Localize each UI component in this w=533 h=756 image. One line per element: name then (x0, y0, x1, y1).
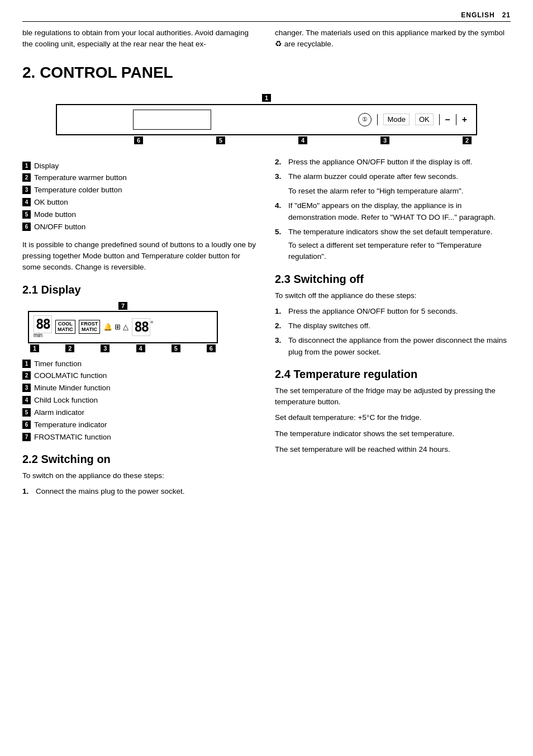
disp-legend-1: 1 Timer function (22, 359, 258, 370)
step-22-1: 1. Connect the mains plug to the power s… (22, 486, 258, 497)
minus-button[interactable]: – (445, 115, 450, 125)
divider3 (456, 114, 456, 125)
page-number: 21 (502, 11, 511, 19)
min-label: min (34, 332, 42, 338)
grid-icon: ⊞ (115, 323, 121, 331)
diagram-num-3: 3 (380, 136, 389, 144)
display-legend-list: 1 Timer function 2 COOLMATIC function 3 … (22, 359, 258, 443)
panel-step-2: 2. Press the appliance ON/OFF button if … (275, 157, 511, 168)
seg-display-right: 88 (132, 318, 150, 336)
section24-text1: The set temperature of the fridge may be… (275, 385, 511, 408)
disp-legend-6: 6 Temperature indicator (22, 420, 258, 431)
legend-item-1: 1 Display (22, 161, 258, 172)
section23-title: 2.3 Switching off (275, 273, 511, 286)
panel-display-box (133, 110, 211, 130)
display-outer-box: 88 min COOLMATIC FROSTMATIC 🔔 ⊞ △ (28, 311, 218, 343)
disp-legend-2: 2 COOLMATIC function (22, 371, 258, 381)
diagram-num-4: 4 (298, 136, 307, 144)
disp-legend-7: 7 FROSTMATIC function (22, 432, 258, 443)
panel-step-3: 3. The alarm buzzer could operate after … (275, 171, 511, 197)
mode-button[interactable]: Mode (383, 114, 410, 125)
intro-text-right: changer. The materials used on this appl… (275, 27, 511, 50)
frostmatic-label: FROSTMATIC (79, 320, 101, 334)
seg-left-group: 88 min (34, 315, 52, 338)
step-23-3: 3. To disconnect the appliance from the … (275, 335, 511, 358)
legend-item-4: 4 OK button (22, 197, 258, 208)
display-diagram: 7 88 min COOLMATIC FROSTMATIC 🔔 (28, 301, 218, 353)
panel-outline: ① Mode OK – + (56, 104, 477, 135)
section22-intro: To switch on the appliance do these step… (22, 470, 258, 481)
section24-text2: Set default temperature: +5°C for the fr… (275, 412, 511, 423)
coolmatic-label: COOLMATIC (55, 320, 75, 334)
intro-section: ble regulations to obtain from your loca… (22, 27, 511, 50)
main-content: 1 Display 2 Temperature warmer button 3 … (22, 157, 511, 502)
control-panel-diagram: 1 ① Mode OK – + 6 5 4 3 2 (56, 93, 477, 145)
display-bottom-nums: 1 2 3 4 5 6 (28, 343, 218, 353)
disp-num-5: 5 (172, 344, 180, 352)
legend-item-5: 5 Mode button (22, 210, 258, 220)
disp-num-6: 6 (207, 344, 216, 352)
disp-num-2: 2 (65, 344, 74, 352)
legend-item-3: 3 Temperature colder button (22, 185, 258, 196)
section24-text4: The set temperature will be reached with… (275, 444, 511, 455)
step-23-1: 1. Press the appliance ON/OFF button for… (275, 306, 511, 317)
section24-title: 2.4 Temperature regulation (275, 368, 511, 381)
diagram-num-2: 2 (463, 136, 472, 144)
disp-num-3: 3 (101, 344, 110, 352)
section22-title: 2.2 Switching on (22, 453, 258, 466)
main-left-col: 1 Display 2 Temperature warmer button 3 … (22, 157, 258, 502)
intro-text-left: ble regulations to obtain from your loca… (22, 27, 258, 50)
diagram-num-5: 5 (216, 136, 225, 144)
legend-note: It is possible to change predefined soun… (22, 239, 258, 273)
triangle-icon: △ (123, 323, 129, 331)
seg-right-group: 88 ° (132, 318, 153, 336)
intro-col-left: ble regulations to obtain from your loca… (22, 27, 258, 50)
diagram-num-6: 6 (134, 136, 143, 144)
bell-icon: 🔔 (103, 323, 112, 331)
language-label: ENGLISH (461, 11, 494, 19)
intro-col-right: changer. The materials used on this appl… (275, 27, 511, 50)
disp-num-4: 4 (136, 344, 145, 352)
section21-title: 2.1 Display (22, 284, 258, 296)
disp-legend-4: 4 Child Lock function (22, 395, 258, 406)
plus-button[interactable]: + (462, 115, 467, 125)
panel-right-steps: 2. Press the appliance ON/OFF button if … (275, 157, 511, 263)
section24-text3: The temperature indicator shows the set … (275, 428, 511, 440)
step-23-2: 2. The display switches off. (275, 320, 511, 332)
page-header: ENGLISH 21 (22, 11, 511, 22)
disp-legend-3: 3 Minute Minder function (22, 383, 258, 394)
section23-steps: 1. Press the appliance ON/OFF button for… (275, 306, 511, 358)
section2-title: 2. CONTROL PANEL (22, 64, 511, 82)
section22-steps: 1. Connect the mains plug to the power s… (22, 486, 258, 497)
diagram-num-1: 1 (262, 94, 271, 102)
panel-step-4: 4. If "dEMo" appears on the display, the… (275, 200, 511, 223)
seg-display-left: 88 (34, 315, 52, 333)
section23-intro: To switch off the appliance do these ste… (275, 290, 511, 301)
display-icons: 🔔 ⊞ △ (103, 323, 129, 331)
legend-item-6: 6 ON/OFF button (22, 222, 258, 233)
power-button-icon[interactable]: ① (358, 113, 372, 126)
divider2 (439, 114, 440, 125)
panel-legend-list: 1 Display 2 Temperature warmer button 3 … (22, 161, 258, 233)
panel-buttons-row: ① Mode OK – + (358, 113, 467, 126)
bottom-nums-row: 6 5 4 3 2 (56, 135, 477, 145)
disp-num-1: 1 (30, 344, 39, 352)
display-num-7: 7 (118, 302, 127, 310)
disp-legend-5: 5 Alarm indicator (22, 408, 258, 418)
main-right-col: 2. Press the appliance ON/OFF button if … (275, 157, 511, 502)
panel-step-5: 5. The temperature indicators show the s… (275, 226, 511, 263)
degree-symbol: ° (150, 319, 153, 328)
divider1 (377, 114, 378, 125)
ok-button[interactable]: OK (415, 114, 434, 125)
legend-item-2: 2 Temperature warmer button (22, 173, 258, 183)
